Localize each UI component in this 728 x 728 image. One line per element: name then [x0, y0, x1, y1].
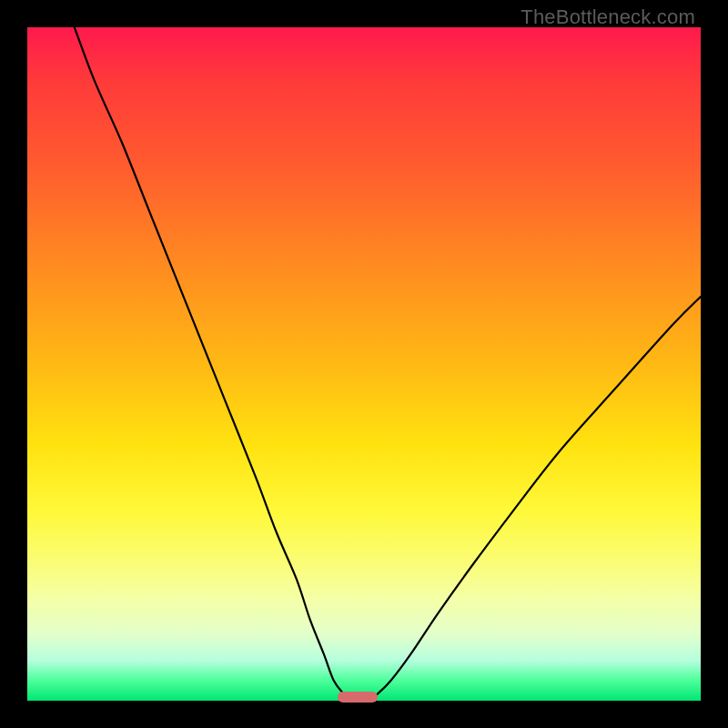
chart-frame [27, 27, 701, 701]
optimum-marker [338, 692, 378, 703]
watermark-text: TheBottleneck.com [521, 5, 695, 29]
bottleneck-curve [27, 27, 701, 701]
